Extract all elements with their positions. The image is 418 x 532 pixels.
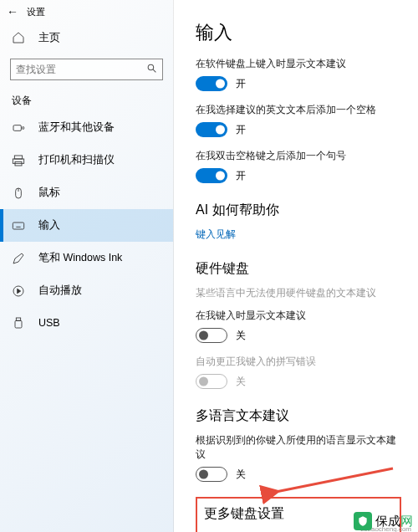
toggle-row: 关	[196, 467, 401, 482]
svg-rect-16	[15, 320, 22, 328]
setting-label: 根据识别到的你键入所使用的语言显示文本建议	[196, 433, 401, 462]
svg-rect-9	[13, 223, 23, 229]
sidebar-item-label: 打印机和扫描仪	[38, 153, 115, 167]
keyboard-icon	[12, 219, 25, 233]
sidebar-item-label: USB	[38, 317, 60, 329]
toggle-switch[interactable]	[196, 467, 227, 482]
toggle-row: 开	[196, 76, 401, 91]
svg-rect-4	[14, 156, 22, 159]
sidebar-item-printers[interactable]: 打印机和扫描仪	[0, 144, 173, 176]
toggle-state: 开	[236, 169, 246, 183]
toggle-state: 关	[236, 468, 246, 482]
sidebar-item-home[interactable]: 主页	[0, 22, 173, 54]
autoplay-icon	[12, 284, 25, 298]
watermark: 保成网	[354, 512, 413, 530]
search-input[interactable]	[10, 59, 163, 80]
setting-note: 某些语言中无法使用硬件键盘的文本建议	[196, 286, 401, 300]
link-typing-insights[interactable]: 键入见解	[196, 228, 401, 242]
setting-label: 自动更正我键入的拼写错误	[196, 355, 401, 369]
svg-rect-3	[23, 126, 24, 129]
toggle-switch[interactable]	[196, 328, 227, 343]
section-ai: AI 如何帮助你	[196, 202, 401, 219]
sidebar-item-label: 自动播放	[38, 284, 82, 298]
window-title: 设置	[27, 6, 45, 18]
home-icon	[12, 31, 25, 44]
section-multilingual: 多语言文本建议	[196, 407, 401, 425]
sidebar-item-mouse[interactable]: 鼠标	[0, 176, 173, 209]
settings-sidebar: ← 设置 主页 设备 蓝牙和其他设备 打印机和扫描仪 鼠标 输入 笔和 Wind…	[0, 0, 174, 532]
toggle-switch[interactable]	[196, 168, 227, 183]
toggle-row: 开	[196, 168, 401, 183]
sidebar-item-label: 蓝牙和其他设备	[38, 120, 115, 135]
svg-line-1	[153, 69, 155, 72]
sidebar-item-usb[interactable]: USB	[0, 307, 173, 339]
toggle-switch[interactable]	[196, 122, 227, 137]
bluetooth-icon	[12, 121, 25, 135]
back-icon[interactable]: ←	[7, 5, 18, 18]
section-devices: 设备	[0, 89, 173, 111]
toggle-switch[interactable]	[196, 76, 227, 91]
mouse-icon	[12, 187, 25, 200]
sidebar-item-typing[interactable]: 输入	[0, 209, 173, 242]
toggle-state: 开	[236, 123, 246, 137]
setting-label: 在我选择建议的英文文本后添加一个空格	[196, 103, 401, 117]
toggle-state: 开	[236, 77, 246, 91]
window-header: ← 设置	[0, 0, 173, 22]
content-pane: 输入 在软件键盘上键入时显示文本建议 开 在我选择建议的英文文本后添加一个空格 …	[174, 0, 418, 532]
usb-icon	[12, 316, 25, 330]
toggle-switch	[196, 374, 227, 389]
sidebar-item-autoplay[interactable]: 自动播放	[0, 274, 173, 307]
svg-rect-5	[13, 159, 23, 163]
svg-rect-2	[13, 125, 21, 130]
svg-rect-15	[16, 318, 20, 320]
toggle-row: 关	[196, 374, 401, 389]
setting-label: 在我键入时显示文本建议	[196, 309, 401, 323]
toggle-row: 关	[196, 328, 401, 343]
search-icon	[146, 63, 157, 76]
section-hardware-keyboard: 硬件键盘	[196, 260, 401, 278]
printer-icon	[12, 154, 25, 167]
toggle-row: 开	[196, 122, 401, 137]
setting-label: 在软件键盘上键入时显示文本建议	[196, 57, 401, 71]
toggle-state: 关	[236, 375, 246, 389]
toggle-state: 关	[236, 329, 246, 343]
search-field[interactable]	[16, 64, 146, 75]
shield-icon	[354, 512, 372, 530]
home-label: 主页	[38, 30, 60, 45]
sidebar-item-label: 输入	[38, 218, 60, 233]
watermark-text: 保成网	[375, 514, 413, 529]
sidebar-item-pen[interactable]: 笔和 Windows Ink	[0, 242, 173, 274]
pen-icon	[12, 252, 25, 265]
setting-label: 在我双击空格键之后添加一个句号	[196, 149, 401, 163]
sidebar-item-label: 鼠标	[38, 186, 60, 200]
sidebar-item-bluetooth[interactable]: 蓝牙和其他设备	[0, 111, 173, 144]
svg-point-0	[148, 64, 154, 70]
page-title: 输入	[196, 20, 401, 45]
sidebar-item-label: 笔和 Windows Ink	[38, 251, 122, 265]
